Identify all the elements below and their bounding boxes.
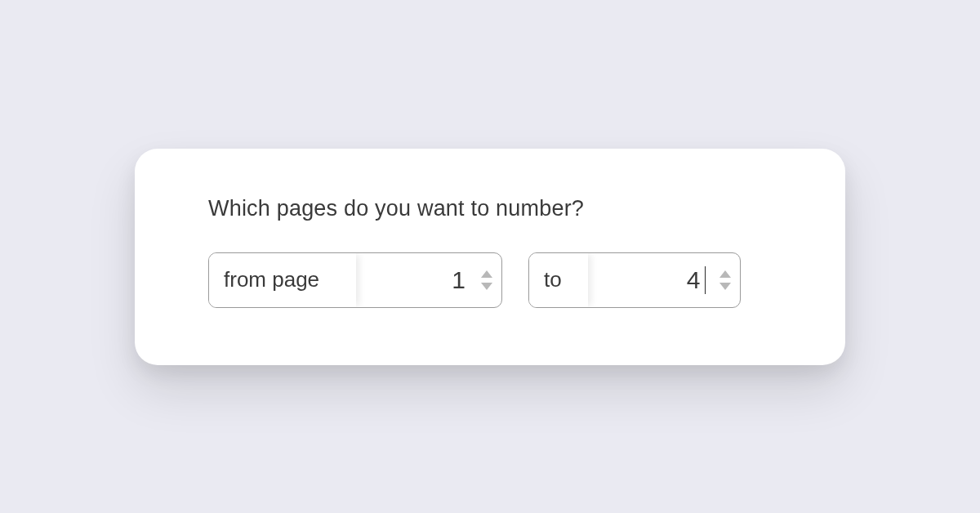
to-page-increment[interactable] bbox=[719, 269, 732, 279]
dialog-prompt: Which pages do you want to number? bbox=[208, 196, 772, 221]
chevron-up-icon bbox=[719, 270, 731, 278]
page-range-inputs: from page 1 to 4 bbox=[208, 252, 772, 308]
from-page-stepper bbox=[474, 253, 501, 307]
chevron-down-icon bbox=[719, 283, 731, 290]
to-page-decrement[interactable] bbox=[719, 281, 732, 291]
to-page-label: to bbox=[529, 253, 588, 307]
to-page-value: 4 bbox=[687, 266, 704, 294]
to-page-field[interactable]: to 4 bbox=[528, 252, 741, 308]
from-page-value: 1 bbox=[452, 266, 469, 294]
from-page-increment[interactable] bbox=[480, 269, 493, 279]
to-page-stepper bbox=[712, 253, 740, 307]
chevron-down-icon bbox=[481, 283, 492, 290]
from-page-field[interactable]: from page 1 bbox=[208, 252, 502, 308]
from-page-label: from page bbox=[209, 253, 356, 307]
chevron-up-icon bbox=[481, 270, 492, 278]
page-number-dialog: Which pages do you want to number? from … bbox=[135, 149, 845, 365]
to-page-input[interactable]: 4 bbox=[588, 253, 712, 307]
from-page-input[interactable]: 1 bbox=[356, 253, 474, 307]
text-cursor bbox=[705, 266, 706, 294]
from-page-decrement[interactable] bbox=[480, 281, 493, 291]
